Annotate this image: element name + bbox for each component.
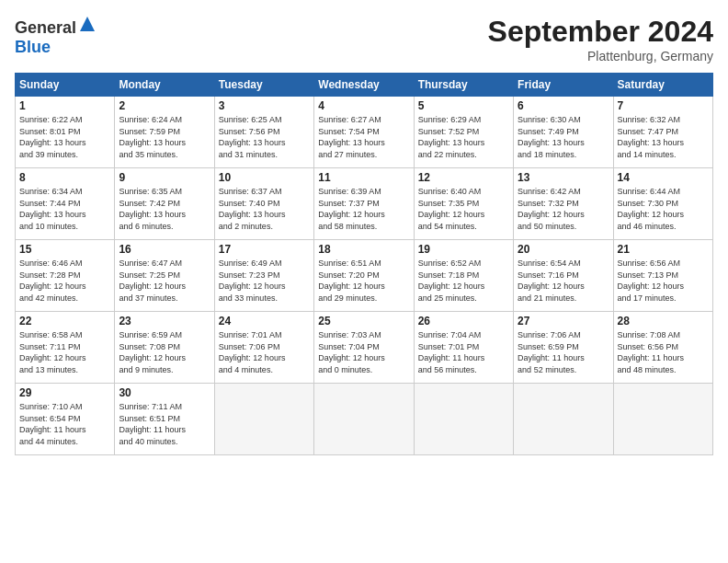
day-number: 4 — [318, 99, 409, 112]
day-number: 8 — [19, 171, 110, 184]
day-info: Sunrise: 6:39 AM Sunset: 7:37 PM Dayligh… — [318, 186, 409, 232]
day-info: Sunrise: 6:44 AM Sunset: 7:30 PM Dayligh… — [618, 186, 709, 232]
day-info: Sunrise: 7:06 AM Sunset: 6:59 PM Dayligh… — [518, 329, 609, 375]
day-number: 28 — [618, 315, 709, 327]
day-info: Sunrise: 6:29 AM Sunset: 7:52 PM Dayligh… — [418, 114, 509, 160]
day-cell: 25Sunrise: 7:03 AM Sunset: 7:04 PM Dayli… — [314, 312, 414, 384]
day-info: Sunrise: 7:08 AM Sunset: 6:56 PM Dayligh… — [618, 329, 709, 375]
calendar-table: SundayMondayTuesdayWednesdayThursdayFrid… — [15, 73, 713, 455]
day-info: Sunrise: 6:54 AM Sunset: 7:16 PM Dayligh… — [518, 258, 609, 304]
day-cell: 7Sunrise: 6:32 AM Sunset: 7:47 PM Daylig… — [613, 97, 712, 168]
day-cell: 17Sunrise: 6:49 AM Sunset: 7:23 PM Dayli… — [214, 240, 313, 312]
week-row-5: 29Sunrise: 7:10 AM Sunset: 6:54 PM Dayli… — [16, 384, 713, 455]
day-number: 12 — [418, 171, 509, 184]
day-number: 23 — [119, 315, 210, 327]
day-info: Sunrise: 6:58 AM Sunset: 7:11 PM Dayligh… — [19, 329, 110, 375]
day-number: 11 — [318, 171, 409, 184]
day-cell: 22Sunrise: 6:58 AM Sunset: 7:11 PM Dayli… — [16, 312, 115, 384]
day-cell: 5Sunrise: 6:29 AM Sunset: 7:52 PM Daylig… — [414, 97, 513, 168]
day-info: Sunrise: 6:51 AM Sunset: 7:20 PM Dayligh… — [318, 258, 409, 304]
day-number: 30 — [119, 386, 210, 399]
day-number: 13 — [518, 171, 609, 184]
col-header-sunday: Sunday — [16, 74, 115, 97]
day-info: Sunrise: 6:40 AM Sunset: 7:35 PM Dayligh… — [418, 186, 509, 232]
day-info: Sunrise: 7:03 AM Sunset: 7:04 PM Dayligh… — [318, 329, 409, 375]
day-cell: 30Sunrise: 7:11 AM Sunset: 6:51 PM Dayli… — [115, 384, 214, 455]
col-header-wednesday: Wednesday — [314, 74, 414, 97]
day-cell: 10Sunrise: 6:37 AM Sunset: 7:40 PM Dayli… — [214, 168, 313, 240]
day-info: Sunrise: 7:01 AM Sunset: 7:06 PM Dayligh… — [219, 329, 310, 375]
day-info: Sunrise: 6:49 AM Sunset: 7:23 PM Dayligh… — [219, 258, 310, 304]
day-info: Sunrise: 6:32 AM Sunset: 7:47 PM Dayligh… — [618, 114, 709, 160]
day-number: 16 — [119, 243, 210, 256]
day-cell: 23Sunrise: 6:59 AM Sunset: 7:08 PM Dayli… — [115, 312, 214, 384]
logo-general-text: General — [15, 18, 76, 37]
day-info: Sunrise: 6:47 AM Sunset: 7:25 PM Dayligh… — [119, 258, 210, 304]
day-cell: 4Sunrise: 6:27 AM Sunset: 7:54 PM Daylig… — [314, 97, 414, 168]
day-info: Sunrise: 6:22 AM Sunset: 8:01 PM Dayligh… — [19, 114, 110, 160]
day-cell: 3Sunrise: 6:25 AM Sunset: 7:56 PM Daylig… — [214, 97, 313, 168]
day-info: Sunrise: 6:56 AM Sunset: 7:13 PM Dayligh… — [618, 258, 709, 304]
day-info: Sunrise: 7:04 AM Sunset: 7:01 PM Dayligh… — [418, 329, 509, 375]
day-number: 26 — [418, 315, 509, 327]
day-cell: 28Sunrise: 7:08 AM Sunset: 6:56 PM Dayli… — [613, 312, 712, 384]
day-cell: 11Sunrise: 6:39 AM Sunset: 7:37 PM Dayli… — [314, 168, 414, 240]
day-cell: 15Sunrise: 6:46 AM Sunset: 7:28 PM Dayli… — [16, 240, 115, 312]
day-number: 22 — [19, 315, 110, 327]
day-number: 1 — [19, 99, 110, 112]
day-number: 27 — [518, 315, 609, 327]
svg-marker-0 — [80, 17, 95, 31]
day-cell: 8Sunrise: 6:34 AM Sunset: 7:44 PM Daylig… — [16, 168, 115, 240]
day-cell: 27Sunrise: 7:06 AM Sunset: 6:59 PM Dayli… — [514, 312, 613, 384]
day-cell — [314, 384, 414, 455]
day-info: Sunrise: 7:11 AM Sunset: 6:51 PM Dayligh… — [119, 401, 210, 447]
day-info: Sunrise: 6:52 AM Sunset: 7:18 PM Dayligh… — [418, 258, 509, 304]
day-cell: 2Sunrise: 6:24 AM Sunset: 7:59 PM Daylig… — [115, 97, 214, 168]
day-number: 18 — [318, 243, 409, 256]
day-number: 6 — [518, 99, 609, 112]
day-number: 5 — [418, 99, 509, 112]
day-info: Sunrise: 6:37 AM Sunset: 7:40 PM Dayligh… — [219, 186, 310, 232]
day-number: 20 — [518, 243, 609, 256]
day-info: Sunrise: 6:59 AM Sunset: 7:08 PM Dayligh… — [119, 329, 210, 375]
title-block: September 2024 Plattenburg, Germany — [488, 15, 713, 63]
logo-blue-text: Blue — [15, 38, 51, 56]
col-header-saturday: Saturday — [613, 74, 712, 97]
week-row-1: 1Sunrise: 6:22 AM Sunset: 8:01 PM Daylig… — [16, 97, 713, 168]
day-number: 2 — [119, 99, 210, 112]
day-cell: 12Sunrise: 6:40 AM Sunset: 7:35 PM Dayli… — [414, 168, 513, 240]
day-info: Sunrise: 6:35 AM Sunset: 7:42 PM Dayligh… — [119, 186, 210, 232]
header-row: SundayMondayTuesdayWednesdayThursdayFrid… — [16, 74, 713, 97]
day-cell: 6Sunrise: 6:30 AM Sunset: 7:49 PM Daylig… — [514, 97, 613, 168]
day-number: 24 — [219, 315, 310, 327]
day-info: Sunrise: 6:24 AM Sunset: 7:59 PM Dayligh… — [119, 114, 210, 160]
month-title: September 2024 — [488, 15, 713, 49]
day-cell — [613, 384, 712, 455]
logo: General Blue — [15, 15, 97, 57]
location: Plattenburg, Germany — [488, 49, 713, 63]
day-cell: 13Sunrise: 6:42 AM Sunset: 7:32 PM Dayli… — [514, 168, 613, 240]
day-number: 29 — [19, 386, 110, 399]
day-info: Sunrise: 6:27 AM Sunset: 7:54 PM Dayligh… — [318, 114, 409, 160]
calendar-page: General Blue September 2024 Plattenburg,… — [0, 0, 728, 563]
day-info: Sunrise: 6:25 AM Sunset: 7:56 PM Dayligh… — [219, 114, 310, 160]
col-header-friday: Friday — [514, 74, 613, 97]
day-info: Sunrise: 6:30 AM Sunset: 7:49 PM Dayligh… — [518, 114, 609, 160]
day-cell: 19Sunrise: 6:52 AM Sunset: 7:18 PM Dayli… — [414, 240, 513, 312]
week-row-4: 22Sunrise: 6:58 AM Sunset: 7:11 PM Dayli… — [16, 312, 713, 384]
day-cell — [214, 384, 313, 455]
day-info: Sunrise: 7:10 AM Sunset: 6:54 PM Dayligh… — [19, 401, 110, 447]
day-number: 3 — [219, 99, 310, 112]
day-number: 14 — [618, 171, 709, 184]
day-cell — [514, 384, 613, 455]
day-number: 19 — [418, 243, 509, 256]
day-cell: 21Sunrise: 6:56 AM Sunset: 7:13 PM Dayli… — [613, 240, 712, 312]
day-cell: 9Sunrise: 6:35 AM Sunset: 7:42 PM Daylig… — [115, 168, 214, 240]
day-cell: 16Sunrise: 6:47 AM Sunset: 7:25 PM Dayli… — [115, 240, 214, 312]
day-number: 21 — [618, 243, 709, 256]
day-cell: 26Sunrise: 7:04 AM Sunset: 7:01 PM Dayli… — [414, 312, 513, 384]
day-number: 15 — [19, 243, 110, 256]
day-info: Sunrise: 6:34 AM Sunset: 7:44 PM Dayligh… — [19, 186, 110, 232]
day-number: 9 — [119, 171, 210, 184]
day-info: Sunrise: 6:42 AM Sunset: 7:32 PM Dayligh… — [518, 186, 609, 232]
